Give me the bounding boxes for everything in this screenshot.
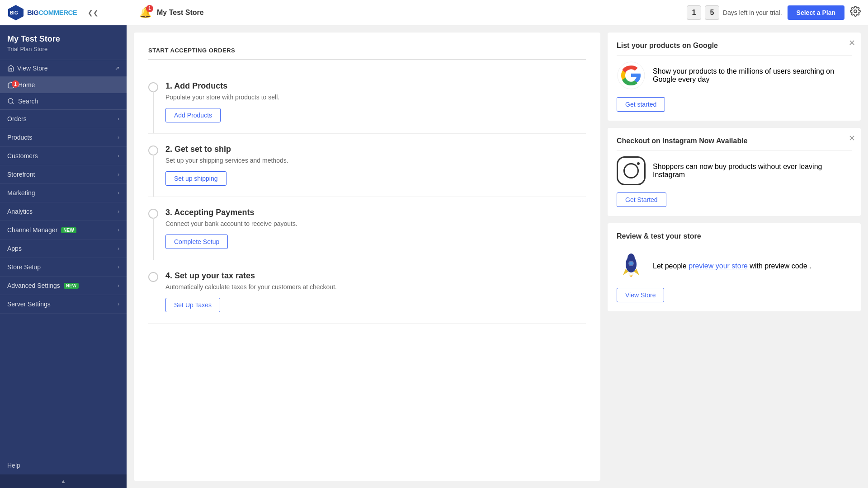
select-plan-button[interactable]: Select a Plan (788, 5, 844, 20)
sidebar-item-label-analytics: Analytics (7, 208, 33, 215)
logo-wordmark: BIGCOMMERCE (27, 9, 77, 16)
home-badge: 1 (12, 80, 19, 88)
chevron-icon-orders: › (118, 116, 119, 122)
sidebar-item-label-channel-manager: Channel Manager (7, 226, 57, 234)
sidebar-item-label-customers: Customers (7, 152, 38, 160)
step-heading-add-products: 1. Add Products (165, 81, 586, 91)
nav-collapse-button[interactable]: ❮❮ (86, 7, 100, 18)
chevron-icon-marketing: › (118, 190, 119, 196)
search-icon (7, 98, 14, 105)
step-connector-get-set-to-ship (153, 155, 154, 197)
sidebar-bottom-scroll[interactable]: ▲ (0, 474, 127, 488)
promo-card-instagram: ✕ Checkout on Instagram Now Available Sh… (608, 128, 861, 216)
help-label: Help (7, 462, 20, 469)
steps-list: 1. Add Products Populate your store with… (148, 70, 586, 324)
step-add-products: 1. Add Products Populate your store with… (148, 70, 586, 134)
chevron-icon-advanced-settings: › (118, 282, 119, 289)
main-content: START ACCEPTING ORDERS 1. Add Products P… (127, 25, 868, 488)
sidebar-help-item[interactable]: Help (0, 456, 127, 474)
chevron-icon-storefront: › (118, 171, 119, 178)
sidebar-item-label-apps: Apps (7, 245, 22, 252)
sidebar-item-storefront[interactable]: Storefront › (0, 165, 127, 184)
new-badge-channel-manager: NEW (61, 227, 76, 233)
svg-point-3 (8, 99, 13, 103)
sidebar-item-inner-customers: Customers (7, 152, 38, 160)
settings-icon-button[interactable] (850, 6, 861, 19)
rocket-icon (617, 252, 646, 281)
sidebar-item-orders[interactable]: Orders › (0, 110, 127, 128)
chevron-icon-analytics: › (118, 208, 119, 215)
sidebar-item-products[interactable]: Products › (0, 128, 127, 147)
promo-btn-area-instagram: Get Started (617, 192, 852, 207)
promo-title-review-store: Review & test your store (617, 232, 852, 246)
svg-text:BIG: BIG (10, 10, 18, 15)
step-desc-tax-rates: Automatically calculate taxes for your c… (165, 283, 586, 291)
step-btn-accepting-payments[interactable]: Complete Setup (165, 235, 228, 249)
sidebar-item-inner-products: Products (7, 134, 32, 141)
chevron-icon-products: › (118, 134, 119, 141)
sidebar-item-analytics[interactable]: Analytics › (0, 202, 127, 221)
step-get-set-to-ship: 2. Get set to ship Set up your shipping … (148, 134, 586, 197)
step-radio-tax-rates[interactable] (148, 272, 158, 282)
sidebar-item-customers[interactable]: Customers › (0, 147, 127, 165)
sidebar-search-item[interactable]: Search (0, 93, 127, 110)
sidebar-item-server-settings[interactable]: Server Settings › (0, 295, 127, 314)
step-radio-accepting-payments[interactable] (148, 209, 158, 219)
nav-store-name: My Test Store (157, 9, 204, 17)
chevron-icon-server-settings: › (118, 301, 119, 307)
sidebar-item-marketing[interactable]: Marketing › (0, 184, 127, 202)
chevron-icon-customers: › (118, 153, 119, 159)
sidebar-item-apps[interactable]: Apps › (0, 239, 127, 258)
sidebar-item-store-setup[interactable]: Store Setup › (0, 258, 127, 277)
app-layout: My Test Store Trial Plan Store View Stor… (0, 25, 868, 488)
sidebar-store-info: My Test Store Trial Plan Store (0, 25, 127, 60)
step-btn-tax-rates[interactable]: Set Up Taxes (165, 298, 220, 312)
sidebar-item-channel-manager[interactable]: Channel Manager NEW › (0, 221, 127, 239)
step-radio-add-products[interactable] (148, 82, 158, 92)
promo-close-instagram[interactable]: ✕ (849, 133, 855, 143)
promo-body-instagram: Shoppers can now buy products without ev… (617, 156, 852, 185)
sidebar-item-label-advanced-settings: Advanced Settings (7, 282, 60, 289)
promo-btn-area-review-store: View Store (617, 288, 852, 302)
new-badge-advanced-settings: NEW (64, 283, 79, 289)
promo-body-google: Show your products to the millions of us… (617, 61, 852, 90)
step-heading-get-set-to-ship: 2. Get set to ship (165, 145, 586, 154)
store-icon (7, 65, 14, 72)
promo-close-google[interactable]: ✕ (849, 38, 855, 48)
notification-bell[interactable]: 🔔 1 (139, 7, 151, 19)
promo-btn-google[interactable]: Get started (617, 97, 665, 112)
sidebar-view-store[interactable]: View Store ↗ (0, 60, 127, 77)
trial-day-2: 5 (705, 5, 719, 20)
promo-text-review-store: Let people preview your store with previ… (653, 262, 811, 270)
preview-store-link[interactable]: preview your store (689, 262, 748, 270)
home-label: Home (18, 81, 35, 89)
sidebar-item-advanced-settings[interactable]: Advanced Settings NEW › (0, 277, 127, 295)
step-btn-add-products[interactable]: Add Products (165, 108, 221, 122)
step-content-add-products: 1. Add Products Populate your store with… (165, 81, 586, 122)
left-panel: START ACCEPTING ORDERS 1. Add Products P… (134, 33, 600, 481)
search-label: Search (18, 98, 38, 105)
step-tax-rates: 4. Set up your tax rates Automatically c… (148, 260, 586, 324)
sidebar-item-inner-apps: Apps (7, 245, 22, 252)
sidebar: My Test Store Trial Plan Store View Stor… (0, 25, 127, 488)
settings-icon (850, 6, 861, 17)
sidebar-item-inner-channel-manager: Channel Manager NEW (7, 226, 76, 234)
step-desc-accepting-payments: Connect your bank account to receive pay… (165, 220, 586, 227)
instagram-icon (617, 156, 646, 185)
sidebar-item-inner-advanced-settings: Advanced Settings NEW (7, 282, 79, 289)
svg-line-4 (12, 103, 14, 104)
nav-right: 1 5 Days left in your trial. Select a Pl… (687, 5, 861, 20)
promo-btn-instagram[interactable]: Get Started (617, 192, 666, 207)
step-radio-get-set-to-ship[interactable] (148, 145, 158, 155)
step-accepting-payments: 3. Accepting Payments Connect your bank … (148, 197, 586, 260)
step-connector-accepting-payments (153, 218, 154, 260)
insta-dot (637, 162, 640, 165)
promo-btn-review-store[interactable]: View Store (617, 288, 664, 302)
bigcommerce-logo-icon: BIG (7, 4, 24, 21)
sidebar-store-name: My Test Store (7, 34, 119, 44)
sidebar-home-item[interactable]: 1 Home (0, 77, 127, 93)
step-btn-get-set-to-ship[interactable]: Set up shipping (165, 171, 226, 186)
promo-body-review-store: Let people preview your store with previ… (617, 252, 852, 281)
trial-days-area: 1 5 Days left in your trial. (687, 5, 782, 20)
trial-label: Days left in your trial. (723, 9, 782, 16)
